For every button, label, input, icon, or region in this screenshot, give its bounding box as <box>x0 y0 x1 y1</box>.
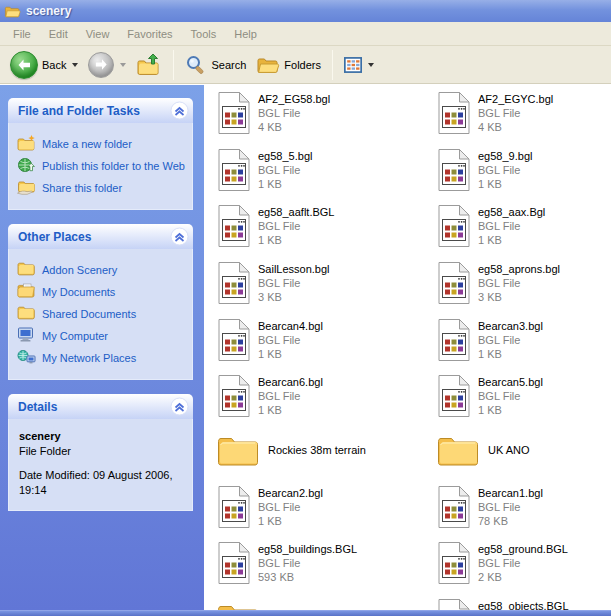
folder-item-partial[interactable] <box>217 598 437 610</box>
title-bar: scenery <box>0 0 611 22</box>
details-date-modified: Date Modified: 09 August 2006, 19:14 <box>19 468 184 498</box>
task-link-publish-this-folder-to-the-web[interactable]: Publish this folder to the Web <box>17 157 188 173</box>
chevron-up-icon[interactable] <box>170 101 189 120</box>
views-button[interactable] <box>340 55 378 75</box>
toolbar-separator <box>173 50 174 80</box>
details-body: scenery File Folder Date Modified: 09 Au… <box>8 419 193 511</box>
file-type: BGL File <box>478 500 543 514</box>
folders-button[interactable]: Folders <box>252 53 325 77</box>
panel-header[interactable]: Other Places <box>8 224 193 249</box>
file-size: 4 KB <box>478 120 553 134</box>
file-row: Bearcan4.bglBGL File1 KBBearcan3.bglBGL … <box>217 318 611 362</box>
file-meta: eg58_objects.BGL <box>478 598 569 610</box>
file-name: Bearcan1.bgl <box>478 486 543 500</box>
network-places-icon <box>17 349 37 365</box>
explorer-window: scenery FileEditViewFavoritesToolsHelp B… <box>0 0 611 616</box>
task-link-label: My Network Places <box>42 349 136 365</box>
chevron-up-icon[interactable] <box>170 397 189 416</box>
file-row: eg58_buildings.BGLBGL File593 KBeg58_gro… <box>217 541 611 585</box>
file-name: SailLesson.bgl <box>258 262 330 276</box>
menu-item-tools[interactable]: Tools <box>182 24 226 44</box>
details-folder-type: File Folder <box>19 444 184 459</box>
file-item[interactable]: Bearcan3.bglBGL File1 KB <box>437 318 611 362</box>
publish-web-icon <box>17 157 37 173</box>
task-link-my-network-places[interactable]: My Network Places <box>17 349 188 365</box>
file-name: eg58_9.bgl <box>478 149 532 163</box>
file-name: eg58_buildings.BGL <box>258 542 357 556</box>
menu-item-file[interactable]: File <box>4 24 40 44</box>
menu-item-favorites[interactable]: Favorites <box>118 24 181 44</box>
task-link-share-this-folder[interactable]: Share this folder <box>17 179 188 195</box>
forward-button[interactable] <box>84 50 130 80</box>
task-link-my-computer[interactable]: My Computer <box>17 327 188 343</box>
folder-icon <box>437 433 479 467</box>
toolbar-separator <box>332 50 333 80</box>
task-link-my-documents[interactable]: My Documents <box>17 283 188 299</box>
file-size: 1 KB <box>478 347 543 361</box>
file-item[interactable]: Bearcan4.bglBGL File1 KB <box>217 318 437 362</box>
file-name: AF2_EG58.bgl <box>258 92 330 106</box>
file-type: BGL File <box>258 219 334 233</box>
file-item[interactable]: AF2_EGYC.bglBGL File4 KB <box>437 91 611 135</box>
panel-header[interactable]: File and Folder Tasks <box>8 98 193 123</box>
file-item[interactable]: eg58_aax.BglBGL File1 KB <box>437 204 611 248</box>
file-size: 1 KB <box>258 347 323 361</box>
file-item[interactable]: eg58_5.bglBGL File1 KB <box>217 148 437 192</box>
back-icon <box>10 51 38 79</box>
file-item[interactable]: AF2_EG58.bglBGL File4 KB <box>217 91 437 135</box>
file-meta: eg58_aax.BglBGL File1 KB <box>478 204 545 247</box>
file-item[interactable]: Bearcan2.bglBGL File1 KB <box>217 485 437 529</box>
file-name: eg58_5.bgl <box>258 149 312 163</box>
file-name: Bearcan4.bgl <box>258 319 323 333</box>
file-size: 593 KB <box>258 570 357 584</box>
file-type: BGL File <box>478 333 543 347</box>
file-size: 1 KB <box>478 403 543 417</box>
file-type: BGL File <box>478 276 560 290</box>
file-item[interactable]: eg58_aprons.bglBGL File3 KB <box>437 261 611 305</box>
task-link-make-a-new-folder[interactable]: Make a new folder <box>17 135 188 151</box>
views-dropdown-caret-icon[interactable] <box>368 63 374 67</box>
file-meta: eg58_ground.BGLBGL File2 KB <box>478 541 568 584</box>
task-link-addon-scenery[interactable]: Addon Scenery <box>17 261 188 277</box>
file-item[interactable]: eg58_objects.BGL <box>437 598 611 610</box>
bgl-file-icon <box>437 204 471 248</box>
details-folder-name: scenery <box>19 429 184 444</box>
menu-item-edit[interactable]: Edit <box>40 24 77 44</box>
menu-item-view[interactable]: View <box>77 24 119 44</box>
menu-item-help[interactable]: Help <box>225 24 266 44</box>
back-button[interactable]: Back <box>6 49 82 81</box>
file-row: Bearcan6.bglBGL File1 KBBearcan5.bglBGL … <box>217 374 611 418</box>
file-name: Bearcan5.bgl <box>478 375 543 389</box>
folder-item[interactable]: UK ANO <box>437 430 611 470</box>
panel-body: Make a new folderPublish this folder to … <box>8 123 193 210</box>
folder-icon <box>217 601 259 610</box>
up-button[interactable] <box>132 51 166 79</box>
file-item[interactable]: eg58_buildings.BGLBGL File593 KB <box>217 541 437 585</box>
chevron-up-icon[interactable] <box>170 227 189 246</box>
file-row: SailLesson.bglBGL File3 KBeg58_aprons.bg… <box>217 261 611 305</box>
file-item[interactable]: SailLesson.bglBGL File3 KB <box>217 261 437 305</box>
panel-header[interactable]: Details <box>8 394 193 419</box>
file-size: 1 KB <box>478 233 545 247</box>
back-dropdown-caret-icon[interactable] <box>72 63 78 67</box>
file-item[interactable]: Bearcan6.bglBGL File1 KB <box>217 374 437 418</box>
forward-icon <box>88 52 114 78</box>
bgl-file-icon <box>437 598 471 610</box>
file-row: Rockies 38m terrainUK ANO <box>217 430 611 470</box>
forward-dropdown-caret-icon[interactable] <box>120 63 126 67</box>
file-item[interactable]: Bearcan5.bglBGL File1 KB <box>437 374 611 418</box>
panel-file-folder-tasks: File and Folder Tasks Make a new folderP… <box>8 98 193 210</box>
file-item[interactable]: eg58_ground.BGLBGL File2 KB <box>437 541 611 585</box>
search-label: Search <box>211 59 246 71</box>
back-label: Back <box>42 59 66 71</box>
task-link-shared-documents[interactable]: Shared Documents <box>17 305 188 321</box>
bgl-file-icon <box>437 261 471 305</box>
file-item[interactable]: eg58_aaflt.BGLBGL File1 KB <box>217 204 437 248</box>
file-item[interactable]: eg58_9.bglBGL File1 KB <box>437 148 611 192</box>
search-button[interactable]: Search <box>181 52 250 78</box>
file-meta: eg58_9.bglBGL File1 KB <box>478 148 532 191</box>
file-item[interactable]: Bearcan1.bglBGL File78 KB <box>437 485 611 529</box>
folder-item[interactable]: Rockies 38m terrain <box>217 430 437 470</box>
folders-label: Folders <box>284 59 321 71</box>
file-size: 2 KB <box>478 570 568 584</box>
